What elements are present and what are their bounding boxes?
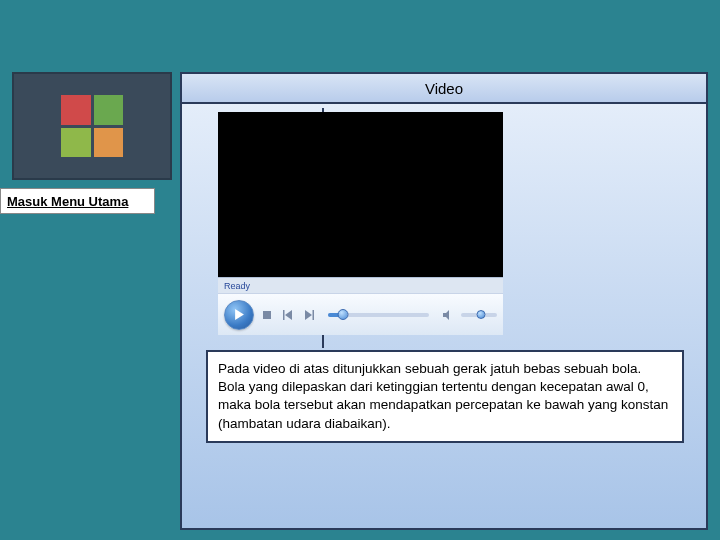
player-status: Ready bbox=[218, 277, 503, 293]
mute-button[interactable] bbox=[440, 307, 456, 323]
main-menu-label: Masuk Menu Utama bbox=[7, 194, 128, 209]
media-player: Ready bbox=[218, 112, 503, 335]
svg-marker-6 bbox=[443, 310, 449, 320]
player-controls bbox=[218, 293, 503, 335]
speaker-icon bbox=[443, 310, 453, 320]
volume-bar[interactable] bbox=[461, 313, 497, 317]
stop-icon bbox=[262, 310, 272, 320]
svg-rect-5 bbox=[313, 310, 315, 320]
prev-icon bbox=[283, 310, 293, 320]
video-viewport[interactable] bbox=[218, 112, 503, 277]
seek-thumb[interactable] bbox=[338, 309, 349, 320]
panel-title: Video bbox=[182, 74, 706, 104]
description-text: Pada video di atas ditunjukkan sebuah ge… bbox=[218, 361, 668, 431]
panel-title-text: Video bbox=[425, 80, 463, 97]
next-button[interactable] bbox=[301, 307, 317, 323]
svg-marker-2 bbox=[285, 310, 292, 320]
logo-icon bbox=[61, 95, 123, 157]
prev-button[interactable] bbox=[280, 307, 296, 323]
video-panel: Video Ready bbox=[180, 72, 708, 530]
svg-rect-3 bbox=[283, 310, 285, 320]
seek-bar[interactable] bbox=[328, 313, 429, 317]
main-menu-button[interactable]: Masuk Menu Utama bbox=[0, 188, 155, 214]
svg-marker-0 bbox=[235, 309, 244, 320]
svg-marker-4 bbox=[305, 310, 312, 320]
description-box: Pada video di atas ditunjukkan sebuah ge… bbox=[206, 350, 684, 443]
player-status-text: Ready bbox=[224, 281, 250, 291]
next-icon bbox=[304, 310, 314, 320]
volume-thumb[interactable] bbox=[476, 310, 485, 319]
play-icon bbox=[234, 309, 245, 320]
stop-button[interactable] bbox=[259, 307, 275, 323]
logo-panel bbox=[12, 72, 172, 180]
svg-rect-1 bbox=[263, 311, 271, 319]
play-button[interactable] bbox=[224, 300, 254, 330]
